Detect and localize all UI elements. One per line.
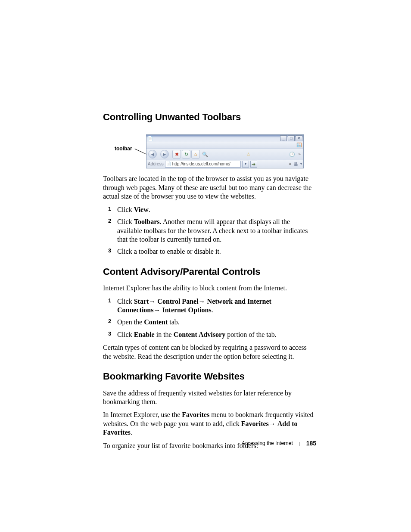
search-button[interactable]: 🔍 [201,150,209,159]
history-button[interactable]: 🕑 [288,150,296,159]
footer-separator: | [299,441,300,447]
ie-window: 📄 _ □ ✕ 🪟 ◄ ► ✖ ↻ ⌂ 🔍 ☆ 🕑 » [146,134,304,168]
heading-content-advisory: Content Advisory/Parental Controls [103,266,316,278]
address-field[interactable]: 📄 http://inside.us.dell.com/home/ [165,161,241,168]
document-icon: 📄 [147,135,153,141]
step: Click Enable in the Content Advisory por… [103,330,316,339]
print-icon[interactable]: 🖶 [293,161,298,167]
steps-list-1: Click View. Click Toolbars. Another menu… [103,205,316,256]
maximize-button[interactable]: □ [288,135,295,141]
callout-leader-line [132,149,147,160]
minimize-button[interactable]: _ [280,135,287,141]
step: Click Start→ Control Panel→ Network and … [103,297,316,315]
steps-list-2: Click Start→ Control Panel→ Network and … [103,297,316,339]
paragraph: Internet Explorer has the ability to blo… [103,284,316,292]
menubar: 🪟 [146,142,303,148]
browser-figure: toolbar 📄 _ □ ✕ 🪟 ◄ ► ✖ ↻ ⌂ 🔍 [103,134,316,168]
close-button[interactable]: ✕ [296,135,302,141]
page-number: 185 [306,440,316,448]
windows-flag-icon: 🪟 [296,143,302,148]
print-dropdown-icon[interactable]: ▾ [300,162,302,166]
paragraph: In Internet Explorer, use the Favorites … [103,411,316,437]
heading-bookmarking: Bookmarking Favorite Websites [103,370,316,383]
favorites-button[interactable]: ☆ [244,150,253,159]
go-button[interactable]: ➔ [250,161,257,168]
step: Open the Content tab. [103,318,316,327]
back-button[interactable]: ◄ [148,150,157,159]
nav-toolbar: ◄ ► ✖ ↻ ⌂ 🔍 ☆ 🕑 » [146,148,303,160]
paragraph: Certain types of content can be blocked … [103,343,316,361]
refresh-button[interactable]: ↻ [182,150,190,159]
address-url: http://inside.us.dell.com/home/ [172,162,230,167]
page-footer: Accessing the Internet | 185 [242,440,316,448]
address-dropdown[interactable]: ▾ [242,161,249,168]
paragraph: Toolbars are located in the top of the b… [103,174,316,201]
paragraph: Save the address of frequently visited w… [103,389,316,407]
titlebar: 📄 _ □ ✕ [146,135,303,142]
stop-button[interactable]: ✖ [172,150,181,159]
address-bar: Address 📄 http://inside.us.dell.com/home… [146,160,303,168]
footer-section: Accessing the Internet [242,440,293,447]
step: Click View. [103,205,316,214]
forward-button[interactable]: ► [160,150,169,159]
step: Click Toolbars. Another menu will appear… [103,218,316,244]
toolbar-callout-label: toolbar [115,146,132,152]
links-overflow-icon[interactable]: » [288,162,292,167]
document-page: Controlling Unwanted Toolbars toolbar 📄 … [0,0,411,532]
toolbar-overflow-icon[interactable]: » [297,152,302,157]
home-button[interactable]: ⌂ [191,150,200,159]
heading-controlling-toolbars: Controlling Unwanted Toolbars [103,111,316,123]
address-label: Address [148,162,164,167]
step: Click a toolbar to enable or disable it. [103,247,316,256]
page-icon: 📄 [166,162,171,167]
